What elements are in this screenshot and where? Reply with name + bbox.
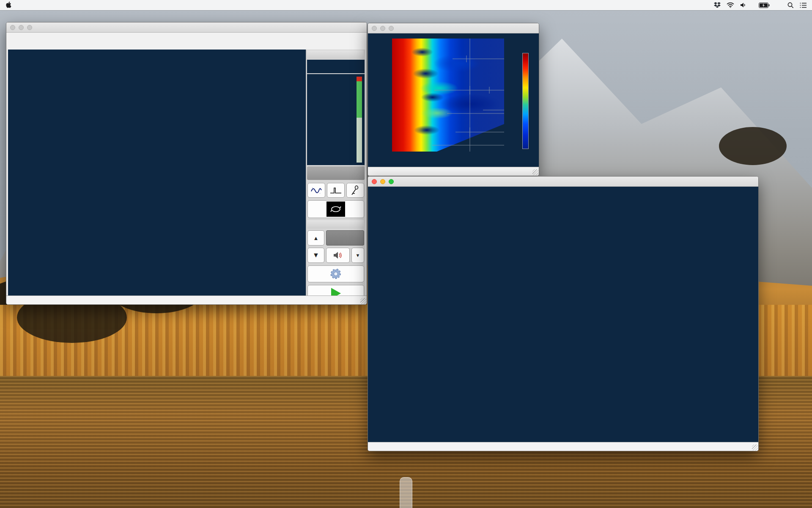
speaker-button[interactable] xyxy=(326,248,350,263)
wf2-titlebar[interactable] xyxy=(368,23,539,33)
battery-icon[interactable] xyxy=(759,3,770,8)
close-button[interactable] xyxy=(10,25,15,30)
wf2-colorbar xyxy=(522,53,529,149)
zoom-button[interactable] xyxy=(27,25,32,30)
ir-plot[interactable] xyxy=(31,185,305,281)
loop-button[interactable] xyxy=(307,200,364,218)
output-down-button[interactable]: ▼ xyxy=(307,248,324,263)
clio-toolbar xyxy=(6,33,367,50)
minimize-button[interactable] xyxy=(380,179,385,184)
fr-plot[interactable] xyxy=(31,64,305,163)
settings-button[interactable] xyxy=(307,265,364,282)
wf1-plot-area[interactable] xyxy=(368,187,758,443)
frequency-response-panel[interactable] xyxy=(8,50,306,171)
wf2-statusbar xyxy=(368,167,539,176)
wf2-plot-area[interactable] xyxy=(368,33,539,168)
wf1-3d-surface[interactable] xyxy=(368,187,758,443)
resize-grip[interactable] xyxy=(752,444,758,450)
minimize-button[interactable] xyxy=(380,26,385,31)
minimize-button[interactable] xyxy=(19,25,24,30)
desktop: ▲ ▼ ▼ xyxy=(0,0,812,508)
waterfall1-window xyxy=(368,176,759,451)
chirp-wave-button[interactable] xyxy=(307,183,325,198)
wf1-titlebar[interactable] xyxy=(368,177,758,187)
speaker-menu-button[interactable]: ▼ xyxy=(351,248,364,263)
waterfall2-window xyxy=(368,23,539,176)
output-header xyxy=(307,220,364,229)
impulse-response-panel[interactable] xyxy=(8,172,306,295)
wifi-icon[interactable] xyxy=(727,2,734,8)
dropbox-icon[interactable] xyxy=(714,2,721,8)
apple-menu[interactable] xyxy=(6,2,12,9)
ir-graph-toolbar xyxy=(8,172,306,183)
output-up-button[interactable]: ▲ xyxy=(307,230,324,246)
zoom-button[interactable] xyxy=(389,179,394,184)
microphone-button[interactable] xyxy=(346,183,364,198)
clio-statusbar xyxy=(6,295,367,304)
input-meter-area xyxy=(307,74,365,165)
dock xyxy=(400,477,412,508)
input-level-meter xyxy=(357,77,362,163)
notification-list-icon[interactable] xyxy=(800,3,807,8)
volume-icon[interactable] xyxy=(740,2,747,8)
spotlight-icon[interactable] xyxy=(787,2,794,8)
output-value xyxy=(326,230,364,246)
impulse-step-button[interactable] xyxy=(327,183,345,198)
close-button[interactable] xyxy=(372,26,377,31)
input-db-button[interactable] xyxy=(307,166,365,180)
input-level-value xyxy=(307,60,365,73)
clio-control-panel: ▲ ▼ ▼ xyxy=(306,50,365,295)
fr-graph-toolbar xyxy=(8,50,306,61)
resize-grip[interactable] xyxy=(360,298,366,304)
zoom-button[interactable] xyxy=(389,26,394,31)
clio-pocket-window: ▲ ▼ ▼ xyxy=(6,22,367,305)
close-button[interactable] xyxy=(372,179,377,184)
input-level-header xyxy=(307,50,364,59)
wf2-heatmap[interactable] xyxy=(392,39,504,152)
menu-bar xyxy=(0,0,812,10)
resize-grip[interactable] xyxy=(532,169,538,175)
wf1-statusbar xyxy=(368,442,758,451)
clio-titlebar[interactable] xyxy=(6,22,367,33)
